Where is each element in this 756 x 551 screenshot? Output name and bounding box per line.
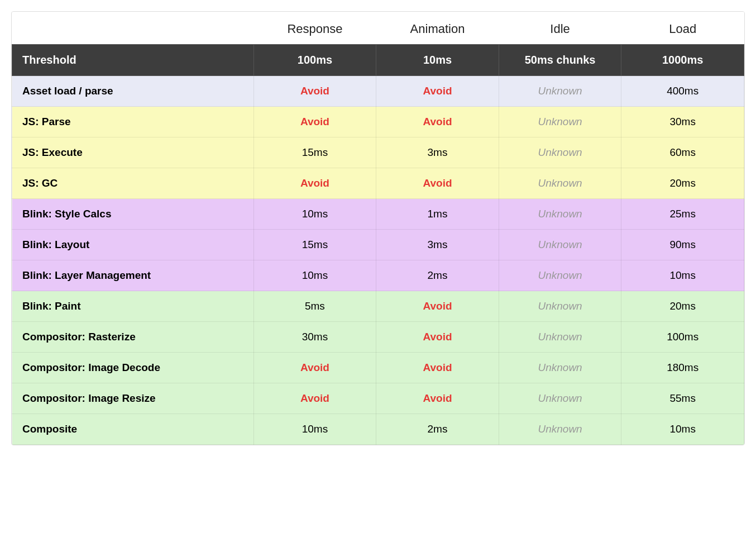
row-load: 10ms — [621, 260, 744, 291]
row-response: Avoid — [253, 353, 376, 383]
row-label: JS: Execute — [12, 137, 254, 168]
threshold-load: 1000ms — [621, 45, 744, 76]
row-idle: Unknown — [499, 107, 621, 137]
row-animation: Avoid — [376, 322, 499, 353]
table-row: JS: ParseAvoidAvoidUnknown30ms — [12, 107, 744, 137]
row-animation: Avoid — [376, 76, 499, 107]
row-load: 30ms — [621, 107, 744, 137]
row-response: 10ms — [253, 260, 376, 291]
row-label: Blink: Layout — [12, 230, 254, 260]
row-label: Asset load / parse — [12, 76, 254, 107]
row-idle: Unknown — [499, 168, 621, 199]
row-idle: Unknown — [499, 414, 621, 445]
row-idle: Unknown — [499, 353, 621, 383]
row-label: Compositor: Image Decode — [12, 353, 254, 383]
row-label: Compositor: Image Resize — [12, 383, 254, 414]
row-animation: 3ms — [376, 230, 499, 260]
row-label: Blink: Layer Management — [12, 260, 254, 291]
row-animation: Avoid — [376, 353, 499, 383]
row-label: JS: Parse — [12, 107, 254, 137]
row-response: Avoid — [253, 76, 376, 107]
row-animation: 2ms — [376, 260, 499, 291]
row-load: 100ms — [621, 322, 744, 353]
col-header-animation: Animation — [376, 12, 499, 45]
table-row: Asset load / parseAvoidAvoidUnknown400ms — [12, 76, 744, 107]
row-load: 90ms — [621, 230, 744, 260]
table-row: Composite10ms2msUnknown10ms — [12, 414, 744, 445]
row-animation: 1ms — [376, 199, 499, 230]
row-response: 10ms — [253, 414, 376, 445]
table-row: Compositor: Image DecodeAvoidAvoidUnknow… — [12, 353, 744, 383]
row-response: Avoid — [253, 383, 376, 414]
row-label: Compositor: Rasterize — [12, 322, 254, 353]
threshold-animation: 10ms — [376, 45, 499, 76]
row-animation: Avoid — [376, 383, 499, 414]
row-animation: 3ms — [376, 137, 499, 168]
row-load: 25ms — [621, 199, 744, 230]
row-idle: Unknown — [499, 230, 621, 260]
row-response: 15ms — [253, 137, 376, 168]
row-load: 55ms — [621, 383, 744, 414]
threshold-idle: 50ms chunks — [499, 45, 621, 76]
col-header-threshold — [12, 12, 254, 45]
row-label: Blink: Paint — [12, 291, 254, 322]
row-animation: Avoid — [376, 168, 499, 199]
row-response: 15ms — [253, 230, 376, 260]
table-row: JS: Execute15ms3msUnknown60ms — [12, 137, 744, 168]
table-row: Blink: Layer Management10ms2msUnknown10m… — [12, 260, 744, 291]
row-idle: Unknown — [499, 260, 621, 291]
threshold-response: 100ms — [253, 45, 376, 76]
col-header-load: Load — [621, 12, 744, 45]
table-row: JS: GCAvoidAvoidUnknown20ms — [12, 168, 744, 199]
row-load: 60ms — [621, 137, 744, 168]
col-header-idle: Idle — [499, 12, 621, 45]
row-idle: Unknown — [499, 291, 621, 322]
table-row: Blink: Style Calcs10ms1msUnknown25ms — [12, 199, 744, 230]
row-response: 5ms — [253, 291, 376, 322]
col-header-response: Response — [253, 12, 376, 45]
row-idle: Unknown — [499, 137, 621, 168]
row-idle: Unknown — [499, 76, 621, 107]
row-animation: Avoid — [376, 291, 499, 322]
row-load: 180ms — [621, 353, 744, 383]
row-load: 20ms — [621, 291, 744, 322]
row-response: Avoid — [253, 107, 376, 137]
table-row: Blink: Paint5msAvoidUnknown20ms — [12, 291, 744, 322]
row-idle: Unknown — [499, 383, 621, 414]
row-load: 20ms — [621, 168, 744, 199]
row-response: Avoid — [253, 168, 376, 199]
row-idle: Unknown — [499, 322, 621, 353]
row-label: Composite — [12, 414, 254, 445]
table-row: Compositor: Rasterize30msAvoidUnknown100… — [12, 322, 744, 353]
row-response: 10ms — [253, 199, 376, 230]
row-load: 400ms — [621, 76, 744, 107]
performance-table: Response Animation Idle Load Threshold 1… — [11, 11, 745, 445]
threshold-label: Threshold — [12, 45, 254, 76]
table-row: Compositor: Image ResizeAvoidAvoidUnknow… — [12, 383, 744, 414]
row-label: JS: GC — [12, 168, 254, 199]
row-animation: Avoid — [376, 107, 499, 137]
row-idle: Unknown — [499, 199, 621, 230]
row-load: 10ms — [621, 414, 744, 445]
table-row: Blink: Layout15ms3msUnknown90ms — [12, 230, 744, 260]
row-animation: 2ms — [376, 414, 499, 445]
row-response: 30ms — [253, 322, 376, 353]
row-label: Blink: Style Calcs — [12, 199, 254, 230]
